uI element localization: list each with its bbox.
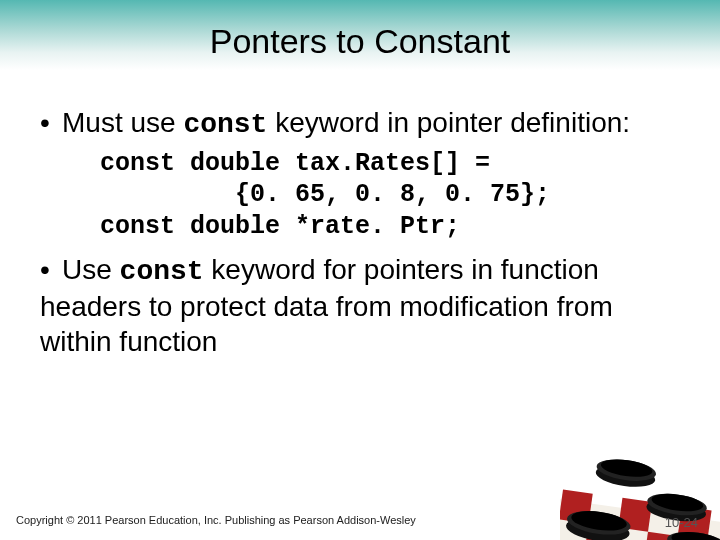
code-line: const double *rate. Ptr; — [100, 212, 460, 241]
bullet-marker-icon: • — [40, 252, 62, 287]
bullet-item: •Use const keyword for pointers in funct… — [40, 252, 680, 359]
slide-body: •Must use const keyword in pointer defin… — [40, 105, 680, 365]
code-line: {0. 65, 0. 8, 0. 75}; — [100, 180, 550, 209]
code-inline: const — [183, 109, 267, 140]
code-inline: const — [120, 256, 204, 287]
bullet-item: •Must use const keyword in pointer defin… — [40, 105, 680, 142]
bullet-marker-icon: • — [40, 105, 62, 140]
text-fragment: keyword in pointer definition: — [267, 107, 630, 138]
copyright-text: Copyright © 2011 Pearson Education, Inc.… — [16, 514, 416, 526]
bullet-text: Must use const keyword in pointer defini… — [62, 107, 630, 138]
text-fragment: Must use — [62, 107, 183, 138]
bullet-text: Use const keyword for pointers in functi… — [40, 254, 613, 357]
code-block: const double tax.Rates[] = {0. 65, 0. 8,… — [100, 148, 680, 242]
slide-title: Ponters to Constant — [0, 22, 720, 61]
slide-number: 10-24 — [665, 515, 698, 530]
code-line: const double tax.Rates[] = — [100, 149, 490, 178]
slide: Ponters to Constant •Must use const keyw… — [0, 0, 720, 540]
text-fragment: Use — [62, 254, 120, 285]
